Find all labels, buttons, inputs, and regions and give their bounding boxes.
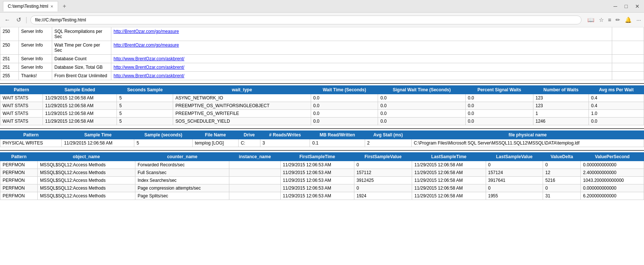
address-bar[interactable] xyxy=(30,16,581,24)
check-category: Server Info xyxy=(19,63,52,72)
column-header: # Reads/Writes xyxy=(260,131,310,139)
divider-2 xyxy=(0,128,644,129)
table-cell xyxy=(229,169,280,177)
column-header: Pattern xyxy=(0,153,38,161)
check-url[interactable]: http://BrentOzar.com/go/measure xyxy=(111,41,612,55)
column-header: Pattern xyxy=(0,86,43,94)
check-url[interactable]: http://www.BrentOzar.com/askbrent/ xyxy=(111,55,612,63)
reading-view-icon[interactable]: 📖 xyxy=(587,17,594,23)
table-cell: 11/29/2015 12:06:58 AM xyxy=(412,192,486,200)
table-cell: 11/29/2015 12:06:58 AM xyxy=(43,118,117,125)
table-row: PHYSICAL WRITES11/29/2015 12:06:58 AM5te… xyxy=(0,139,644,147)
check-url[interactable]: http://BrentOzar.com/go/measure xyxy=(111,27,612,41)
table-cell: 0.0 xyxy=(311,102,378,110)
favorites-icon[interactable]: ☆ xyxy=(599,17,604,23)
table-cell: 0 xyxy=(486,184,543,192)
new-tab-button[interactable]: + xyxy=(60,1,69,11)
check-metric: Wait Time per Core per Sec xyxy=(52,41,111,55)
table-cell: MSSQL$SQL12:Access Methods xyxy=(38,177,135,184)
column-header: Sample Ended xyxy=(43,86,117,94)
check-url[interactable]: http://www.BrentOzar.com/askbrent/ xyxy=(111,72,612,80)
table-cell: 11/29/2015 12:06:53 AM xyxy=(280,161,354,169)
hub-icon[interactable]: 🔔 xyxy=(625,17,632,23)
table-cell: MSSQL$SQL12:Access Methods xyxy=(38,192,135,200)
table-cell: PERFMON xyxy=(0,192,38,200)
table-cell: 5 xyxy=(117,102,173,110)
check-id: 255 xyxy=(0,72,19,80)
table-cell: 0.4 xyxy=(589,94,644,102)
table-cell: 0.0 xyxy=(589,118,644,125)
check-details xyxy=(612,55,644,63)
check-category: Server Info xyxy=(19,27,52,41)
check-url[interactable]: http://www.BrentOzar.com/askbrent/ xyxy=(111,63,612,72)
perf-mon-table: Patternobject_namecounter_nameinstance_n… xyxy=(0,152,644,200)
table-cell: 11/29/2015 12:06:58 AM xyxy=(412,177,486,184)
table-cell: Index Searches/sec xyxy=(135,177,229,184)
table-cell: 11/29/2015 12:06:53 AM xyxy=(280,192,354,200)
column-header: Wait Time (Seconds) xyxy=(311,86,378,94)
table-cell: 0.0 xyxy=(378,110,465,118)
table-cell: 5 xyxy=(117,94,173,102)
table-cell: 0.0 xyxy=(465,94,533,102)
table-row: PERFMONMSSQL$SQL12:Access MethodsPage Sp… xyxy=(0,192,644,200)
table-cell: PERFMON xyxy=(0,184,38,192)
minimize-button[interactable]: ─ xyxy=(612,3,619,9)
table-cell: 0.0 xyxy=(465,110,533,118)
table-cell: 2 xyxy=(365,139,411,147)
divider-1 xyxy=(0,83,644,84)
refresh-button[interactable]: ↺ xyxy=(15,15,23,25)
table-cell: 5 xyxy=(134,139,193,147)
column-header: wait_type xyxy=(173,86,311,94)
table-cell: WAIT STATS xyxy=(0,102,43,110)
table-cell: 0 xyxy=(354,184,412,192)
table-cell: PREEMPTIVE_OS_WAITFORSINGLEOBJECT xyxy=(173,102,311,110)
check-row: 251 Server Info Database Size, Total GB … xyxy=(0,63,644,72)
table-cell: 5 xyxy=(117,110,173,118)
table-cell: MSSQL$SQL12:Access Methods xyxy=(38,184,135,192)
column-header: Sample (seconds) xyxy=(134,131,193,139)
check-details xyxy=(612,27,644,41)
column-header: File Name xyxy=(192,131,238,139)
table-cell: PERFMON xyxy=(0,161,38,169)
table-cell: 11/29/2015 12:06:58 AM xyxy=(43,110,117,118)
table-row: PERFMONMSSQL$SQL12:Access MethodsIndex S… xyxy=(0,177,644,184)
table-cell: 11/29/2015 12:06:53 AM xyxy=(280,184,354,192)
table-cell: 31 xyxy=(543,192,581,200)
table-cell: Page Splits/sec xyxy=(135,192,229,200)
column-header: Percent Signal Waits xyxy=(465,86,533,94)
check-category: Server Info xyxy=(19,41,52,55)
menu-icon[interactable]: ≡ xyxy=(608,17,611,23)
table-cell: MSSQL$SQL12:Access Methods xyxy=(38,169,135,177)
active-tab[interactable]: C:\temp\Testing.html ✕ xyxy=(3,1,58,11)
table-cell: 0.000000000000 xyxy=(581,184,644,192)
edit-icon[interactable]: ✏ xyxy=(616,17,620,23)
table-cell: 1955 xyxy=(486,192,543,200)
table-cell: 0.0 xyxy=(465,118,533,125)
table-cell: Full Scans/sec xyxy=(135,169,229,177)
close-button[interactable]: ✕ xyxy=(634,3,641,9)
table-cell: 3912425 xyxy=(354,177,412,184)
table-cell: 0.0 xyxy=(311,110,378,118)
check-id: 251 xyxy=(0,55,19,63)
table-cell: 11/29/2015 12:06:53 AM xyxy=(280,177,354,184)
table-cell: 2.400000000000 xyxy=(581,169,644,177)
table-cell: 3 xyxy=(260,139,310,147)
table-cell xyxy=(229,184,280,192)
column-header: Drive xyxy=(238,131,260,139)
column-header: FirstSampleTime xyxy=(280,153,354,161)
maximize-button[interactable]: □ xyxy=(623,3,629,9)
table-cell: C:\Program Files\Microsoft SQL Server\MS… xyxy=(411,139,644,147)
back-button[interactable]: ← xyxy=(3,15,12,25)
column-header: ValueDelta xyxy=(543,153,581,161)
tab-close-button[interactable]: ✕ xyxy=(50,4,53,9)
table-cell: 123 xyxy=(533,94,589,102)
divider-3 xyxy=(0,150,644,151)
table-cell: ASYNC_NETWORK_IO xyxy=(173,94,311,102)
column-header: FirstSampleValue xyxy=(354,153,412,161)
table-cell: PERFMON xyxy=(0,177,38,184)
more-icon[interactable]: ··· xyxy=(636,17,641,23)
page-content: 250 Server Info SQL Recompilations per S… xyxy=(0,27,644,203)
table-row: PERFMONMSSQL$SQL12:Access MethodsFull Sc… xyxy=(0,169,644,177)
table-row: WAIT STATS11/29/2015 12:06:58 AM5PREEMPT… xyxy=(0,102,644,110)
check-id: 250 xyxy=(0,41,19,55)
